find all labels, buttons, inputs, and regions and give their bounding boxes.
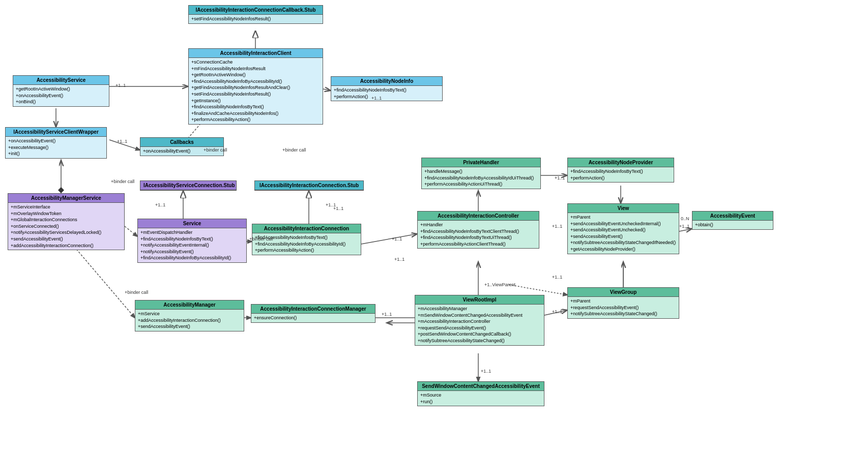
svg-line-28 bbox=[509, 285, 567, 295]
uml-header-18: ViewRootImpl bbox=[415, 295, 544, 305]
uml-header-0: IAccessibilityInteractionConnectionCallb… bbox=[189, 6, 323, 15]
uml-header-5: Callbacks bbox=[140, 138, 223, 147]
uml-body-18: +mAccessibilityManager+mSendWindowConten… bbox=[415, 305, 544, 345]
uml-method: +mEventDispatchHandler bbox=[140, 229, 244, 236]
uml-box-view: View+mParent+sendAccessibilityEventUnche… bbox=[567, 203, 679, 254]
uml-method: +addAccessibilityInteractionConnection() bbox=[138, 317, 241, 324]
uml-header-9: Service bbox=[138, 219, 246, 228]
diagram-label-1: +1..1 bbox=[117, 139, 127, 144]
uml-body-19: +mParent+requestSendAccessibilityEvent()… bbox=[568, 297, 679, 318]
uml-body-1: +sConnectionCache+mFindAccessibilityNode… bbox=[189, 58, 323, 124]
uml-method: +performAction() bbox=[570, 175, 671, 182]
diagram-label-10: +1..1 bbox=[394, 257, 404, 262]
svg-line-18 bbox=[679, 229, 692, 231]
uml-header-20: SendWindowContentChangedAccessibilityEve… bbox=[418, 382, 544, 391]
uml-box-accessibilityservice: AccessibilityService+getRootInActiveWind… bbox=[13, 75, 109, 107]
uml-method: +getInstance() bbox=[191, 98, 320, 104]
svg-line-13 bbox=[361, 234, 417, 244]
uml-method: +findAccessibilityNodeInfoByAccessibilit… bbox=[191, 78, 320, 85]
uml-box-iaccessibilityserviceclientwrapper: IAccessibilityServiceClientWrapper+onAcc… bbox=[5, 127, 107, 159]
uml-method: +postSendWindowContentChangedCallback() bbox=[418, 331, 541, 338]
uml-header-15: AccessibilityEvent bbox=[692, 212, 773, 221]
uml-header-17: AccessibilityInteractionConnectionManage… bbox=[251, 305, 375, 314]
diagram-label-11: +1..1 bbox=[555, 175, 565, 180]
uml-box-accessibilityinteractioncontroller: AccessibilityInteractionController+mHand… bbox=[417, 211, 539, 249]
uml-body-11: +handleMessage()+findAccessibilityNodeIn… bbox=[422, 167, 540, 189]
uml-method: +findAccessibilityNodeInfoByAccessibilit… bbox=[424, 175, 538, 182]
uml-header-14: View bbox=[568, 204, 679, 213]
uml-header-16: AccessibilityManager bbox=[135, 300, 244, 310]
uml-header-4: IAccessibilityServiceClientWrapper bbox=[6, 128, 106, 137]
uml-method: +mSource bbox=[420, 392, 541, 399]
uml-method: +findAccessibilityNodeInfoByAccessibilit… bbox=[140, 255, 244, 261]
uml-header-10: AccessibilityInteractionConnection bbox=[252, 224, 361, 233]
uml-box-callbacks: Callbacks+onAccessibilityEvent() bbox=[140, 137, 224, 156]
uml-body-9: +mEventDispatchHandler+findAccessibility… bbox=[138, 228, 246, 262]
uml-body-20: +mSource+run() bbox=[418, 391, 544, 406]
diagram-label-4: +binder call bbox=[282, 147, 306, 153]
diagram-label-16: 0..N bbox=[681, 216, 689, 221]
svg-line-25 bbox=[76, 249, 135, 318]
uml-method: +mSendWindowContentChangedAccessibilityE… bbox=[418, 312, 541, 319]
diagram-label-5: +binder call bbox=[249, 236, 273, 241]
uml-method: +findAccessibilityNodeInfoByAccessibilit… bbox=[255, 241, 358, 248]
uml-header-1: AccessibilityInteractionClient bbox=[189, 49, 323, 58]
uml-method: +findAccessibilityNodeInfosByText() bbox=[570, 168, 671, 175]
uml-method: +performAccessibilityActionUiThread() bbox=[424, 181, 538, 188]
uml-method: +mParent bbox=[570, 214, 676, 221]
uml-body-4: +onAccessibilityEvent()+executeMessage()… bbox=[6, 137, 106, 158]
uml-method: +findAccessibilityNodeInfosByTextUiThrea… bbox=[420, 234, 536, 241]
uml-header-2: AccessibilityNodeInfo bbox=[331, 77, 442, 86]
uml-method: +sendAccessibilityEventUncheckedInternal… bbox=[570, 221, 676, 227]
uml-header-13: AccessibilityInteractionController bbox=[418, 212, 539, 221]
uml-body-2: +findAccessibilityNodeInfosByText()+perf… bbox=[331, 86, 442, 101]
uml-method: +finalizeAndCacheAccessibilityNodeInfos(… bbox=[191, 110, 320, 117]
uml-method: +addAccessibilityInteractionConnection() bbox=[11, 243, 122, 249]
uml-header-11: PrivateHandler bbox=[422, 158, 540, 167]
uml-method: +getAccessibilityNodeProvider() bbox=[570, 246, 676, 253]
diagram-label-6: +binder call bbox=[125, 290, 148, 295]
uml-box-accessibilitynodeinfo: AccessibilityNodeInfo+findAccessibilityN… bbox=[331, 76, 443, 101]
svg-line-26 bbox=[323, 89, 331, 90]
uml-body-12: +findAccessibilityNodeInfosByText()+perf… bbox=[568, 167, 674, 182]
diagram-label-20: +1..1 bbox=[155, 202, 165, 207]
uml-method: +performAccessibilityActionClientThread(… bbox=[420, 241, 536, 248]
uml-method: +obtain() bbox=[695, 222, 770, 228]
uml-box-sendwindowcontentchangedaccessibilityevent: SendWindowContentChangedAccessibilityEve… bbox=[417, 381, 544, 406]
diagram-label-12: +1..1 bbox=[552, 224, 562, 229]
uml-method: +notifySubtreeAccessibilityStateChanged(… bbox=[570, 311, 676, 317]
uml-method: +findAccessibilityNodeInfosByTextClientT… bbox=[420, 228, 536, 235]
uml-method: +performAccessibilityAction() bbox=[191, 116, 320, 123]
uml-method: +setFindAccessibilityNodeInfosResult() bbox=[191, 91, 320, 98]
diagram-label-0: +1..1 bbox=[115, 83, 126, 88]
uml-method: +mHandler bbox=[420, 222, 536, 228]
uml-method: +performAction() bbox=[334, 94, 440, 100]
uml-method: +notifyAccessibilityEvent() bbox=[140, 249, 244, 255]
diagram-label-2: +binder call bbox=[111, 179, 134, 184]
uml-method: +onServiceConnected() bbox=[11, 223, 122, 230]
uml-box-accessibilitymanager: AccessibilityManager+mService+addAccessi… bbox=[135, 300, 244, 331]
uml-method: +sendAccessibilityEvent() bbox=[11, 236, 122, 243]
uml-method: +notifyAccessibilityServicesDelayedLocke… bbox=[11, 229, 122, 236]
uml-method: +run() bbox=[420, 399, 541, 405]
diagram-label-18: +1..ViewParent bbox=[484, 282, 515, 287]
uml-box-iaccessibilityserviceconnectionstub: IAccessibilityServiceConnection.Stub bbox=[140, 180, 237, 191]
uml-method: +sConnectionCache bbox=[191, 59, 320, 66]
uml-body-17: +ensureConnection() bbox=[251, 314, 375, 322]
uml-box-privatehandler: PrivateHandler+handleMessage()+findAcces… bbox=[421, 158, 541, 189]
uml-method: +notifySubtreeAccessibilityStateChangedI… bbox=[570, 239, 676, 246]
uml-body-0: +setFindAccessibilityNodeInfosResult() bbox=[189, 15, 323, 23]
diagram-label-21: +1..1 bbox=[326, 202, 336, 207]
diagram-label-7: +1..1 bbox=[371, 96, 382, 101]
uml-header-19: ViewGroup bbox=[568, 288, 679, 297]
uml-box-viewrootimpl: ViewRootImpl+mAccessibilityManager+mSend… bbox=[415, 295, 544, 346]
uml-method: +mParent bbox=[570, 298, 676, 305]
uml-method: +notifyAccessibilityEventInternal() bbox=[140, 242, 244, 249]
uml-body-3: +getRootInActiveWindow()+onAccessibility… bbox=[13, 85, 109, 106]
uml-header-3: AccessibilityService bbox=[13, 76, 109, 85]
diagram-label-3: +binder call bbox=[204, 147, 227, 153]
uml-method: +mService bbox=[138, 311, 241, 317]
uml-body-8: +mServiceInterface+mOverlayWindowToken+m… bbox=[8, 203, 124, 250]
uml-method: +findAccessibilityNodeInfosByText() bbox=[191, 104, 320, 110]
uml-method: +setFindAccessibilityNodeInfosResult() bbox=[191, 16, 320, 22]
